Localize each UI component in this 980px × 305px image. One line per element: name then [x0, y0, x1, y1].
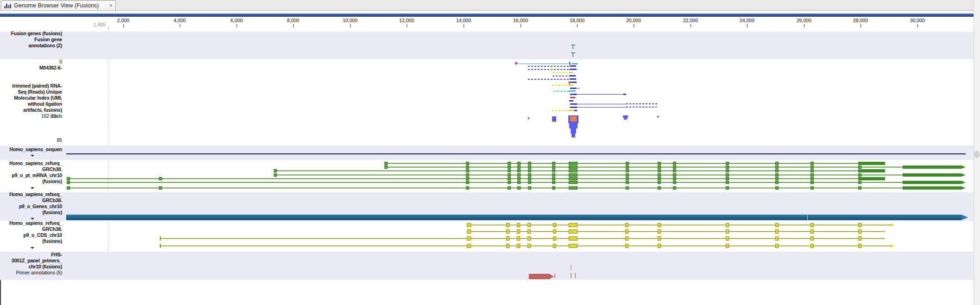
mrna-exon [466, 165, 469, 169]
mrna-exon [569, 181, 578, 184]
coverage-lowq [552, 121, 556, 122]
ruler-tick [917, 24, 918, 27]
fusion-genes-track-label[interactable]: Fusion genes (fusions)Fusion geneannotat… [0, 31, 62, 49]
gene-bar [66, 215, 961, 220]
primer-tick [571, 273, 572, 278]
cds-exon [775, 229, 779, 234]
primers-track-label-line: chr10 (fusions) [0, 264, 62, 270]
reads-axis-bottom[interactable]: 85 [0, 137, 62, 143]
genes-track-label-line: p9_o_Genes_chr10 [0, 203, 62, 210]
mrna-utr-bar [858, 162, 885, 165]
mrna-utr-bar [858, 169, 885, 172]
sequence-track-label[interactable]: Homo_sapiens_sequen [0, 146, 62, 152]
mrna-exon [569, 173, 578, 177]
mrna-exon [552, 162, 555, 165]
mrna-utr-bar [903, 186, 961, 190]
read-segment [569, 72, 573, 73]
mrna-exon [67, 181, 70, 184]
ruler-label: 18,000 [561, 18, 593, 23]
reads-track-label-line: Seq (Reads) Unique [0, 89, 62, 95]
mrna-exon [858, 165, 861, 169]
track-canvas[interactable]: 2,0004,0006,0008,00010,00012,00014,00016… [0, 0, 980, 305]
mrna-exon [673, 186, 676, 190]
cds-exon [506, 223, 509, 227]
mrna-exon [626, 186, 629, 190]
cds-transcript-start [160, 244, 161, 248]
ruler-label: 12,000 [390, 18, 423, 23]
mrna-utr-bar [903, 165, 961, 169]
mrna-exon [858, 181, 861, 184]
mrna-exon [658, 169, 661, 172]
cds-track-label-line: Homo_sapiens_refseq_ [0, 220, 62, 226]
genome-browser-window: Genome Browser View (Fusions) × 2,0004,0… [0, 0, 980, 305]
vertical-scrollbar-thumb[interactable] [974, 151, 979, 158]
ruler-tick [350, 24, 351, 27]
mrna-exon [775, 181, 779, 184]
fusion-genes-track-label-line: Fusion gene [0, 37, 62, 43]
mrna-exon [466, 177, 469, 180]
mrna-exon [552, 181, 555, 184]
cds-exon [553, 229, 556, 234]
mrna-exon [552, 169, 555, 172]
reads-track-label-line: trimmed (paired) RNA- [0, 83, 62, 89]
cds-exon [506, 244, 509, 248]
genes-track-label[interactable]: Homo_sapiens_refseq_GRCh38.p9_o_Genes_ch… [0, 191, 62, 216]
ruler-tick [634, 24, 634, 27]
primers-track-label-line: 3001Z_panel_primers_ [0, 258, 62, 264]
mrna-exon [508, 165, 511, 169]
read-segment [574, 110, 577, 111]
track-band-fusion-genes[interactable] [0, 32, 974, 59]
sequence-line [66, 153, 966, 154]
mrna-track-label[interactable]: Homo_sapiens_refseq_GRCh38.p9_o_pt_mRNA_… [0, 160, 62, 184]
mrna-exon [528, 165, 531, 169]
mrna-exon [726, 177, 729, 180]
reads-axis-bottom-line: 85 [0, 137, 62, 143]
cds-exon [810, 244, 814, 248]
ruler-tick [521, 24, 521, 27]
reads-axis-top[interactable]: 0 [0, 59, 62, 65]
cds-exon [553, 244, 556, 248]
read-segment [570, 82, 577, 83]
sequence-track-label-line: Homo_sapiens_sequen [0, 146, 62, 152]
cds-exon [810, 236, 814, 241]
mrna-exon [775, 162, 779, 165]
track-band-primers[interactable] [0, 252, 974, 280]
track-band-sequence[interactable] [0, 146, 974, 160]
ruler-label: 26,000 [788, 18, 820, 23]
mrna-exon [775, 169, 779, 172]
mrna-arrowhead [961, 186, 966, 190]
mrna-track-label-collapse-icon[interactable] [31, 187, 34, 189]
cds-exon [517, 223, 520, 227]
primers-track-label[interactable]: FHS-3001Z_panel_primers_chr10 (fusions)P… [0, 252, 62, 276]
mrna-intron-line [274, 175, 903, 175]
cds-transcript-start [160, 236, 161, 241]
mrna-exon [626, 162, 629, 165]
cds-exon [569, 236, 578, 241]
read-segment [570, 75, 576, 76]
close-icon[interactable]: × [109, 2, 113, 9]
sequence-track-label-collapse-icon[interactable] [31, 155, 34, 157]
cds-exon [858, 236, 861, 241]
reads-track-name[interactable]: M04362-6- [0, 65, 62, 71]
tab-genome-browser-view[interactable]: Genome Browser View (Fusions) × [1, 0, 116, 10]
mrna-exon [626, 181, 629, 184]
genes-track-label-collapse-icon[interactable] [31, 218, 34, 220]
genes-track-label-line: GRCh38. [0, 197, 62, 203]
mrna-exon [775, 177, 779, 180]
fusion-annotation-icon [572, 53, 573, 57]
cds-track-label-collapse-icon[interactable] [31, 247, 34, 249]
mrna-exon [466, 162, 469, 165]
mrna-exon [517, 177, 521, 180]
ruler-tick [747, 24, 748, 27]
ruler-tick [464, 24, 464, 27]
cds-track-label-line: (fusions) [0, 238, 62, 244]
cds-track-label[interactable]: Homo_sapiens_refseq_GRCh38.p9_o_CDS_chr1… [0, 220, 62, 244]
mrna-track-label-line: GRCh38. [0, 166, 62, 172]
coverage-peak [571, 128, 576, 133]
mrna-exon [726, 186, 729, 190]
cds-track-label-line: GRCh38. [0, 226, 62, 232]
mrna-exon [159, 177, 162, 180]
ruler-tick [861, 24, 861, 27]
mrna-exon [810, 162, 814, 165]
mrna-exon [508, 169, 511, 172]
